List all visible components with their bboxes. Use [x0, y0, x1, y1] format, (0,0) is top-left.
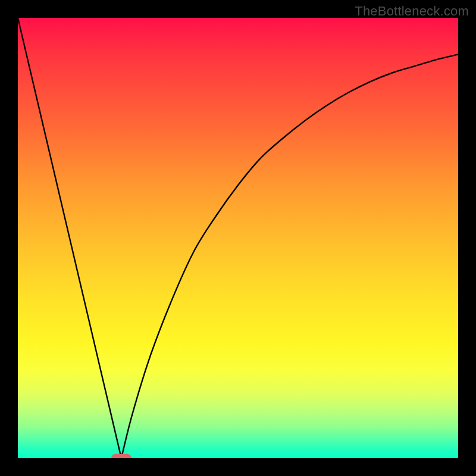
- min-point-marker: [111, 454, 131, 458]
- chart-right-curve: [121, 54, 458, 458]
- watermark-label: TheBottleneck.com: [355, 4, 469, 19]
- chart-left-line: [18, 18, 121, 458]
- chart-plot-area: [18, 18, 458, 458]
- chart-curve-svg: [18, 18, 458, 458]
